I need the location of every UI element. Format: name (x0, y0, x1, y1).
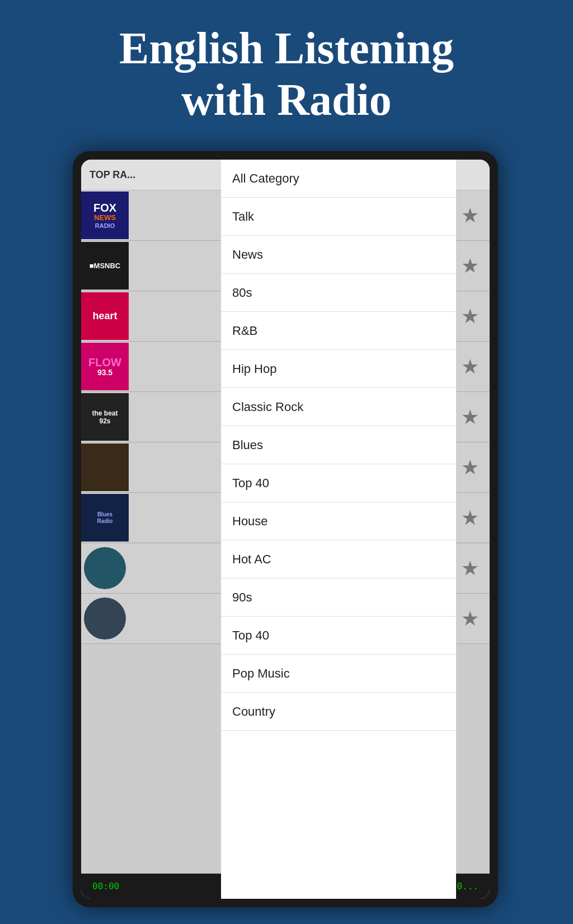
device-wrapper: TOP RA... FOX NEWS RADIO ★ ■MSNBC (73, 151, 498, 907)
dropdown-item-90s[interactable]: 90s (221, 578, 456, 617)
radio-logo-bottom (84, 598, 126, 640)
dropdown-item-pop-music[interactable]: Pop Music (221, 655, 456, 693)
star-icon[interactable]: ★ (456, 202, 484, 230)
star-icon[interactable]: ★ (456, 302, 484, 330)
dropdown-item-top-40-2[interactable]: Top 40 (221, 617, 456, 655)
star-icon[interactable]: ★ (456, 403, 484, 431)
star-icon[interactable]: ★ (456, 605, 484, 633)
radio-logo-msnbc: ■MSNBC (81, 242, 129, 290)
star-icon[interactable]: ★ (456, 504, 484, 532)
radio-logo-blues: BluesRadio (81, 494, 129, 542)
dropdown-item-country[interactable]: Country (221, 693, 456, 731)
star-icon[interactable]: ★ (456, 252, 484, 280)
device-screen: TOP RA... FOX NEWS RADIO ★ ■MSNBC (81, 160, 490, 899)
radio-logo-fox: FOX NEWS RADIO (81, 192, 129, 239)
dropdown-item-classic-rock[interactable]: Classic Rock (221, 388, 456, 426)
dropdown-item-hot-ac[interactable]: Hot AC (221, 540, 456, 578)
dropdown-item-news[interactable]: News (221, 236, 456, 274)
dropdown-item-rnb[interactable]: R&B (221, 312, 456, 350)
dropdown-item-top-40-1[interactable]: Top 40 (221, 464, 456, 502)
dropdown-item-blues[interactable]: Blues (221, 426, 456, 464)
star-icon[interactable]: ★ (456, 454, 484, 482)
page-title: English Listeningwith Radio (0, 0, 573, 142)
time-left: 00:00 (92, 881, 119, 892)
dropdown-item-all-category[interactable]: All Category (221, 160, 456, 198)
dropdown-item-hip-hop[interactable]: Hip Hop (221, 350, 456, 388)
dropdown-item-80s[interactable]: 80s (221, 274, 456, 312)
dropdown-item-house[interactable]: House (221, 502, 456, 540)
dropdown-item-talk[interactable]: Talk (221, 198, 456, 236)
radio-logo-beat: the beat92s (81, 393, 129, 441)
radio-logo-heart: heart (81, 292, 129, 340)
radio-logo-flow: FLOW 93.5 (81, 343, 129, 390)
radio-logo-guitar (81, 444, 129, 491)
radio-logo-tropical (84, 547, 126, 589)
star-icon[interactable]: ★ (456, 353, 484, 381)
star-icon[interactable]: ★ (456, 554, 484, 582)
category-dropdown: All Category Talk News 80s R&B Hip Hop C… (221, 160, 456, 899)
